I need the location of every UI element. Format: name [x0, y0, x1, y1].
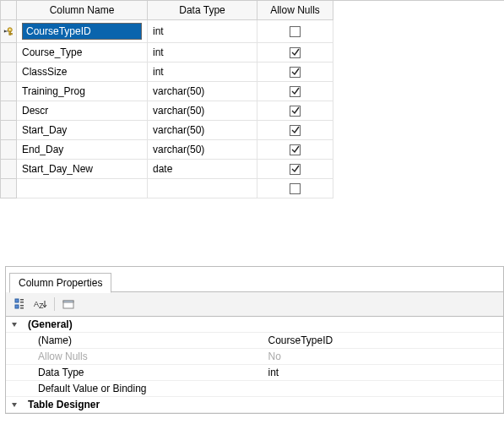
cell-column-name[interactable]: End_Day: [17, 140, 148, 160]
cell-data-type[interactable]: int: [148, 63, 257, 82]
svg-rect-5: [15, 299, 19, 302]
collapse-icon[interactable]: [6, 317, 23, 332]
prop-data-type[interactable]: Data Type int: [6, 365, 503, 381]
prop-key: Allow Nulls: [23, 349, 263, 364]
category-label: (General): [23, 317, 263, 332]
cell-column-name[interactable]: Start_Day_New: [17, 160, 148, 179]
svg-rect-8: [15, 305, 19, 308]
categorize-button[interactable]: [11, 296, 30, 313]
sort-az-button[interactable]: A Z: [31, 296, 50, 313]
cell-data-type[interactable]: date: [148, 160, 257, 179]
data-type-text: date: [153, 163, 172, 175]
row-gutter[interactable]: [0, 160, 17, 179]
data-type-text: varchar(50): [153, 144, 204, 155]
prop-key: Default Value or Binding: [23, 381, 263, 396]
allow-nulls-checkbox[interactable]: [290, 47, 301, 58]
cell-allow-nulls[interactable]: [257, 160, 333, 179]
cell-data-type[interactable]: varchar(50): [148, 101, 257, 121]
category-label: Table Designer: [23, 397, 263, 412]
column-name-text: Course_Type: [22, 46, 82, 58]
allow-nulls-checkbox[interactable]: [290, 164, 301, 175]
svg-rect-4: [10, 34, 13, 35]
prop-key: (Name): [23, 333, 263, 348]
svg-rect-7: [20, 302, 24, 303]
properties-toolbar: A Z: [6, 292, 503, 317]
cell-data-type[interactable]: [148, 179, 257, 198]
row-gutter[interactable]: [0, 121, 17, 140]
category-table-designer[interactable]: Table Designer: [6, 397, 503, 413]
cell-allow-nulls[interactable]: [257, 121, 333, 140]
cell-allow-nulls[interactable]: [257, 20, 333, 43]
data-type-text: int: [153, 25, 164, 37]
allow-nulls-checkbox[interactable]: [290, 125, 301, 136]
row-gutter[interactable]: [0, 20, 17, 43]
cell-allow-nulls[interactable]: [257, 82, 333, 101]
cell-column-name[interactable]: CourseTypeID: [17, 20, 148, 43]
row-gutter[interactable]: [0, 63, 17, 82]
property-pages-button[interactable]: [59, 296, 78, 313]
collapse-icon[interactable]: [6, 397, 23, 412]
allow-nulls-checkbox[interactable]: [290, 26, 301, 37]
data-type-text: varchar(50): [153, 124, 204, 136]
allow-nulls-checkbox[interactable]: [290, 144, 301, 155]
cell-column-name[interactable]: Start_Day: [17, 121, 148, 140]
cell-column-name[interactable]: Descr: [17, 101, 148, 121]
allow-nulls-checkbox[interactable]: [290, 67, 301, 78]
svg-rect-9: [20, 305, 24, 307]
cell-data-type[interactable]: varchar(50): [148, 82, 257, 101]
row-gutter[interactable]: [0, 82, 17, 101]
header-allow-nulls[interactable]: Allow Nulls: [257, 1, 333, 20]
svg-rect-6: [20, 299, 24, 301]
row-gutter[interactable]: [0, 43, 17, 63]
sort-az-icon: A Z: [34, 298, 47, 310]
property-grid[interactable]: (General) (Name) CourseTypeID Allow Null…: [6, 317, 503, 413]
column-name-text: ClassSize: [22, 66, 67, 78]
column-properties-panel: Column Properties A Z: [5, 266, 504, 414]
column-name-text: Start_Day: [22, 124, 67, 136]
prop-default-value[interactable]: Default Value or Binding: [6, 381, 503, 397]
cell-column-name[interactable]: Course_Type: [17, 43, 148, 63]
prop-key: Data Type: [23, 365, 263, 380]
svg-rect-14: [63, 301, 73, 302]
categorize-icon: [14, 298, 26, 310]
allow-nulls-checkbox[interactable]: [290, 106, 301, 117]
row-gutter[interactable]: [0, 140, 17, 160]
cell-allow-nulls[interactable]: [257, 43, 333, 63]
row-gutter[interactable]: [0, 179, 17, 198]
prop-value: No: [263, 349, 504, 364]
prop-value[interactable]: int: [263, 365, 504, 380]
cell-column-name[interactable]: Training_Prog: [17, 82, 148, 101]
columns-grid[interactable]: Column NameData TypeAllow NullsCourseTyp…: [0, 0, 504, 198]
prop-value[interactable]: [263, 381, 504, 396]
prop-allow-nulls[interactable]: Allow Nulls No: [6, 349, 503, 365]
cell-data-type[interactable]: varchar(50): [148, 140, 257, 160]
allow-nulls-checkbox: [290, 183, 301, 194]
row-gutter[interactable]: [0, 101, 17, 121]
properties-tabbar: Column Properties: [6, 267, 503, 292]
allow-nulls-checkbox[interactable]: [290, 86, 301, 97]
tab-column-properties[interactable]: Column Properties: [9, 273, 111, 293]
data-type-text: int: [153, 66, 164, 78]
cell-allow-nulls[interactable]: [257, 140, 333, 160]
category-general[interactable]: (General): [6, 317, 503, 333]
cell-allow-nulls[interactable]: [257, 179, 333, 198]
data-type-text: varchar(50): [153, 105, 204, 117]
column-name-text: End_Day: [22, 144, 63, 155]
cell-data-type[interactable]: varchar(50): [148, 121, 257, 140]
cell-data-type[interactable]: int: [148, 43, 257, 63]
column-name-text: Training_Prog: [22, 85, 85, 97]
svg-point-2: [9, 29, 11, 30]
cell-data-type[interactable]: int: [148, 20, 257, 43]
header-column-name[interactable]: Column Name: [17, 1, 148, 20]
column-name-editor[interactable]: CourseTypeID: [22, 23, 142, 40]
cell-allow-nulls[interactable]: [257, 63, 333, 82]
svg-marker-0: [4, 30, 7, 32]
cell-allow-nulls[interactable]: [257, 101, 333, 121]
cell-column-name[interactable]: ClassSize: [17, 63, 148, 82]
cell-column-name[interactable]: [17, 179, 148, 198]
prop-value[interactable]: CourseTypeID: [263, 333, 504, 348]
column-name-text: Start_Day_New: [22, 163, 93, 175]
header-data-type[interactable]: Data Type: [148, 1, 257, 20]
column-name-text: Descr: [22, 105, 48, 117]
prop-name[interactable]: (Name) CourseTypeID: [6, 333, 503, 349]
